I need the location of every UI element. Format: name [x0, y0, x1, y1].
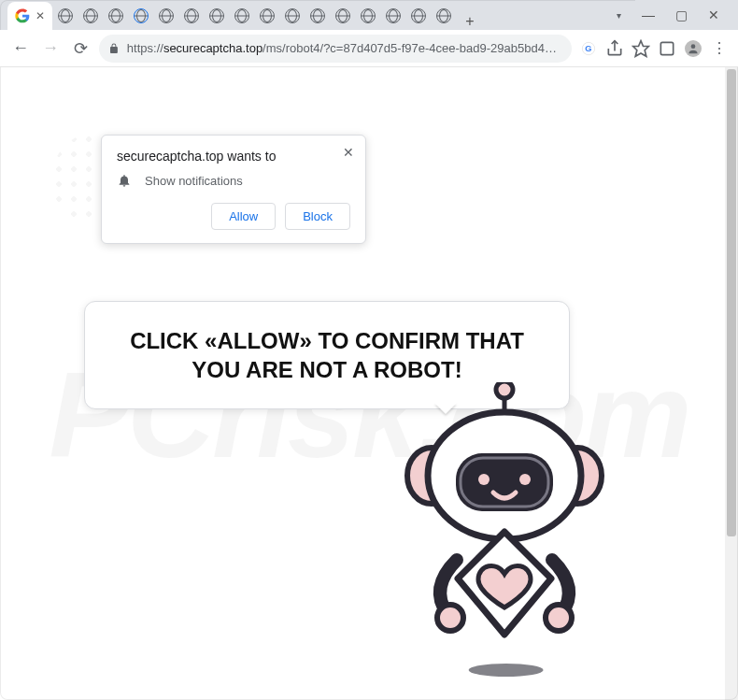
tab-strip: ✕ + — [0, 0, 635, 30]
share-icon[interactable] — [605, 39, 624, 58]
background-tab[interactable] — [230, 2, 254, 30]
background-tab[interactable] — [154, 2, 178, 30]
tab-close-icon[interactable]: ✕ — [35, 9, 45, 22]
background-tab[interactable] — [331, 2, 355, 30]
globe-icon — [108, 8, 123, 23]
new-tab-button[interactable]: + — [457, 13, 483, 30]
background-tab[interactable] — [381, 2, 405, 30]
background-tab[interactable] — [205, 2, 229, 30]
chevron-down-icon[interactable]: ▾ — [617, 10, 621, 21]
background-tab[interactable] — [356, 2, 380, 30]
extensions-icon[interactable] — [658, 39, 676, 58]
close-button[interactable]: ✕ — [708, 8, 719, 21]
globe-icon — [184, 8, 199, 23]
back-button[interactable]: ← — [9, 37, 32, 60]
globe-icon — [335, 8, 350, 23]
permission-close-button[interactable]: ✕ — [343, 145, 354, 160]
svg-marker-2 — [633, 40, 649, 56]
address-bar[interactable]: https://securecaptcha.top/ms/robot4/?c=8… — [99, 35, 572, 63]
scrollbar-track[interactable] — [725, 67, 738, 700]
google-search-icon[interactable]: G — [579, 39, 598, 58]
window-controls: ▾ — ▢ ✕ — [635, 0, 738, 30]
scrollbar-thumb[interactable] — [727, 69, 736, 536]
maximize-button[interactable]: ▢ — [675, 8, 688, 21]
page-content: PCrisk.com securecaptcha.top wants to ✕ … — [0, 67, 738, 700]
svg-point-6 — [496, 382, 513, 398]
reload-button[interactable]: ⟳ — [69, 37, 92, 60]
globe-icon — [386, 8, 401, 23]
notification-permission-dialog: securecaptcha.top wants to ✕ Show notifi… — [101, 135, 366, 244]
background-tab[interactable] — [104, 2, 128, 30]
globe-icon — [209, 8, 224, 23]
permission-site-label: securecaptcha.top wants to — [117, 149, 350, 164]
background-tab[interactable] — [53, 2, 78, 30]
minimize-button[interactable]: — — [642, 8, 655, 21]
svg-rect-3 — [660, 42, 673, 54]
menu-button[interactable]: ⋮ — [710, 39, 729, 58]
globe-icon — [361, 8, 376, 23]
robot-illustration — [364, 382, 645, 681]
svg-point-13 — [519, 474, 531, 485]
svg-text:G: G — [585, 44, 591, 53]
toolbar: ← → ⟳ https://securecaptcha.top/ms/robot… — [0, 30, 738, 67]
google-favicon — [15, 8, 30, 23]
background-tab[interactable] — [179, 2, 204, 30]
background-tab[interactable] — [78, 2, 103, 30]
star-icon[interactable] — [632, 39, 650, 58]
background-tab[interactable] — [280, 2, 305, 30]
globe-icon — [310, 8, 325, 23]
globe-icon — [285, 8, 300, 23]
url-text: https://securecaptcha.top/ms/robot4/?c=8… — [127, 41, 562, 55]
robot-shadow — [469, 664, 544, 677]
lock-icon — [108, 43, 120, 54]
background-tab[interactable] — [129, 2, 153, 30]
svg-point-12 — [478, 474, 490, 485]
globe-icon — [411, 8, 426, 23]
allow-button[interactable]: Allow — [211, 203, 276, 230]
globe-icon — [134, 8, 149, 23]
globe-icon — [234, 8, 249, 23]
forward-button[interactable]: → — [39, 37, 62, 60]
background-tab[interactable] — [432, 2, 456, 30]
globe-icon — [58, 8, 73, 23]
svg-point-15 — [546, 605, 572, 631]
bell-icon — [117, 173, 132, 188]
globe-icon — [260, 8, 275, 23]
globe-icon — [83, 8, 98, 23]
active-tab[interactable]: ✕ — [7, 2, 52, 30]
globe-icon — [436, 8, 451, 23]
svg-point-4 — [691, 44, 696, 49]
profile-icon[interactable] — [684, 39, 703, 58]
background-tab[interactable] — [305, 2, 330, 30]
block-button[interactable]: Block — [285, 203, 350, 230]
svg-point-14 — [437, 605, 463, 631]
permission-item-label: Show notifications — [145, 174, 243, 188]
background-tab[interactable] — [406, 2, 431, 30]
globe-icon — [159, 8, 174, 23]
background-tab[interactable] — [255, 2, 279, 30]
